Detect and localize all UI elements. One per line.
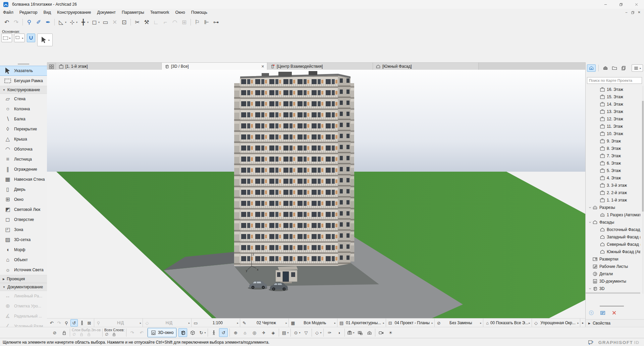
- menu-item-1[interactable]: Редактор: [16, 10, 41, 15]
- chevron-down-icon[interactable]: ▾: [320, 331, 321, 334]
- perspective-icon-button[interactable]: [178, 328, 187, 337]
- project-map-item-1[interactable]: 15. Этаж: [586, 93, 640, 101]
- coordinates-icon-button[interactable]: ⊹▾: [67, 18, 78, 26]
- toolbox-item-12[interactable]: ▯Дверь: [0, 184, 47, 194]
- split-icon-button[interactable]: ✂: [132, 18, 142, 26]
- project-map-item-0[interactable]: 16. Этаж: [586, 86, 640, 93]
- project-map-item-14[interactable]: 2. 2-й этаж: [586, 189, 640, 196]
- toolbox-item-5[interactable]: ∖Балка: [0, 114, 47, 124]
- lock-icon-button[interactable]: [112, 332, 116, 338]
- fit-icon-button[interactable]: ⊠: [86, 320, 93, 326]
- home-icon-button[interactable]: ⌂: [241, 329, 249, 337]
- paint-icon-button[interactable]: ✑: [325, 329, 333, 337]
- project-map-item-5[interactable]: 11. Этаж: [586, 123, 640, 130]
- quick-option-0[interactable]: ⚲Н/Д▸: [94, 319, 143, 327]
- flag-icon-button[interactable]: ⚐: [193, 18, 202, 26]
- menu-item-0[interactable]: Файл: [0, 10, 16, 15]
- quick-option-2[interactable]: ▭1:100▸: [191, 319, 240, 327]
- toolbox-section-21[interactable]: ▶Проекция: [0, 275, 47, 283]
- toolbox-section-22[interactable]: ▼Документирование: [0, 283, 47, 291]
- quick-option-1[interactable]: ◇Н/Д▸: [143, 319, 191, 327]
- fillet-icon-button[interactable]: ◠: [170, 18, 179, 26]
- corner-icon-button[interactable]: ⌐: [161, 18, 170, 26]
- project-map-item-21[interactable]: Северный Фасад (А: [586, 241, 640, 248]
- resize-icon-button[interactable]: ⊞: [179, 18, 189, 26]
- project-map-item-12[interactable]: 4. Этаж: [586, 174, 640, 182]
- null-icon-button[interactable]: ∅: [72, 332, 76, 338]
- menu-item-7[interactable]: Окно: [172, 10, 188, 15]
- project-map-item-26[interactable]: 3D-документы: [586, 278, 640, 285]
- toolbox-item-25[interactable]: ∡Радиальный ...: [0, 311, 47, 321]
- window-3d-button[interactable]: 3D-окно: [148, 328, 176, 337]
- quick-option-6[interactable]: ⊟04 Проект - Планы▸: [386, 319, 434, 327]
- tab-3[interactable]: [Южный Фасад]: [373, 63, 479, 70]
- viewport-3d[interactable]: z y x: [47, 70, 585, 318]
- project-map-item-4[interactable]: 12. Этаж: [586, 115, 640, 123]
- marquee-poly-button[interactable]: ▸: [1, 34, 12, 42]
- tab-2[interactable]: [Центр Взаимодействия]: [267, 63, 373, 70]
- orbit-icon-button[interactable]: ↺: [70, 319, 78, 327]
- marker-icon-button[interactable]: ⊩: [202, 18, 211, 26]
- tab-0[interactable]: [1. 1-й этаж]: [56, 63, 162, 70]
- edit-plane-icon-button[interactable]: ⊡: [119, 18, 129, 26]
- magnet-button[interactable]: [27, 34, 35, 42]
- axonometry-icon-button[interactable]: [189, 329, 197, 337]
- tab-overview-button[interactable]: [47, 63, 56, 70]
- forward-icon-button[interactable]: ↷: [56, 320, 62, 326]
- doc-minimize-icon[interactable]: –: [624, 10, 629, 15]
- video-camera-icon-button[interactable]: [377, 329, 385, 337]
- menu-item-6[interactable]: Teamwork: [147, 10, 172, 15]
- chevron-down-icon[interactable]: ▾: [299, 331, 300, 334]
- adjust-icon-button[interactable]: ⚒: [142, 18, 151, 26]
- override-box-icon-button[interactable]: ⊙▾: [292, 329, 301, 337]
- navigator-menu-button[interactable]: ▸: [632, 64, 643, 72]
- camera-settings-icon-button[interactable]: [356, 329, 364, 337]
- menu-item-5[interactable]: Параметры: [119, 10, 147, 15]
- visibility-icon-button[interactable]: ⊘: [51, 329, 59, 337]
- chevron-down-icon[interactable]: [588, 221, 592, 224]
- project-map-item-2[interactable]: 14. Этаж: [586, 101, 640, 108]
- project-map-item-18[interactable]: Фасады: [586, 219, 640, 226]
- toolbox-item-15[interactable]: ◻Отверстие: [0, 215, 47, 225]
- filter-icon-button[interactable]: ▽: [302, 329, 310, 337]
- toolbox-item-20[interactable]: ☼Источник Света: [0, 265, 47, 275]
- menu-item-3[interactable]: Конструирование: [54, 10, 94, 15]
- minimize-button[interactable]: [598, 0, 613, 9]
- toolbox-item-10[interactable]: ∥Ограждение: [0, 164, 47, 174]
- quick-option-3[interactable]: ✎02 Чертеж▸: [240, 319, 288, 327]
- quick-option-4[interactable]: ▦Вся Модель▸: [288, 319, 337, 327]
- redo-icon-button[interactable]: ↷: [128, 329, 136, 337]
- style3d-icon-button[interactable]: ◇▾: [314, 329, 322, 337]
- null-icon-button[interactable]: ∅: [104, 332, 109, 338]
- toolbox-item-11[interactable]: ▦Навесная Стена: [0, 174, 47, 184]
- fly-icon-button[interactable]: ✈: [260, 329, 268, 337]
- compass-icon-button[interactable]: ◈: [269, 329, 277, 337]
- look-to-icon-button[interactable]: ⊕: [231, 329, 239, 337]
- project-map-item-20[interactable]: Западный Фасад (А: [586, 233, 640, 241]
- project-map-item-15[interactable]: 1. 1-й этаж: [586, 196, 640, 204]
- magic-wand-icon-button[interactable]: ☀: [386, 329, 394, 337]
- project-map-item-27[interactable]: 3D: [586, 285, 640, 292]
- quick-option-5[interactable]: ▤01 Архитектурны...▸: [337, 319, 386, 327]
- lock-icon-button[interactable]: [87, 332, 91, 338]
- toolbox-item-13[interactable]: ⊞Окно: [0, 194, 47, 205]
- close-tab-icon[interactable]: ✕: [261, 64, 264, 69]
- material-icon-button[interactable]: ◑: [335, 329, 343, 337]
- project-map-item-19[interactable]: Восточный Фасад (: [586, 226, 640, 233]
- project-map-item-22[interactable]: Южный Фасад (Авт: [586, 248, 640, 255]
- project-map-item-17[interactable]: 1 Разрез (Автомати: [586, 211, 640, 219]
- toolbox-item-18[interactable]: ◖Морф: [0, 245, 47, 255]
- chevron-down-icon[interactable]: ▾: [87, 21, 89, 24]
- chevron-down-icon[interactable]: ▾: [98, 21, 100, 24]
- properties-section[interactable]: ▶ Свойства: [586, 319, 644, 327]
- toolbox-item-24[interactable]: ⊕Отметка Уро...: [0, 301, 47, 311]
- project-map-item-8[interactable]: 8. Этаж: [586, 145, 640, 152]
- chevron-down-icon[interactable]: ▾: [204, 331, 206, 334]
- project-map-item-9[interactable]: 7. Этаж: [586, 152, 640, 160]
- toolbox-item-16[interactable]: ◰Зона: [0, 225, 47, 235]
- toolbox-item-26[interactable]: ∠Условный Разм...: [0, 321, 47, 327]
- pickup-parameters-icon-button[interactable]: ✐: [34, 18, 43, 26]
- redo-icon-button[interactable]: ↷: [11, 18, 21, 26]
- toolbox-item-7[interactable]: △Крыша: [0, 134, 47, 144]
- settings-button[interactable]: [600, 310, 606, 317]
